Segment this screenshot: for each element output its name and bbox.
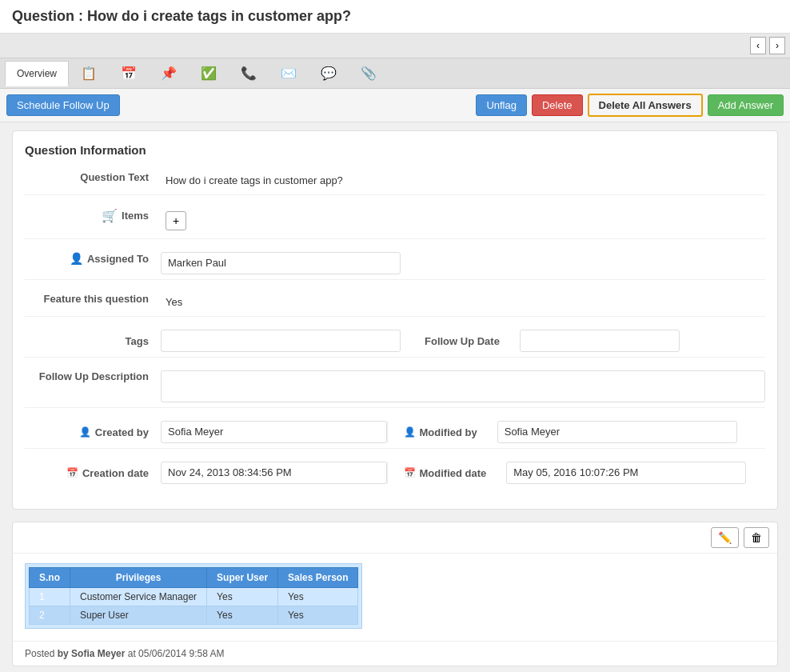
feature-value: Yes bbox=[161, 293, 765, 311]
tab-attach[interactable]: 📎 bbox=[349, 58, 389, 88]
pin-icon: 📌 bbox=[161, 66, 177, 81]
nav-bar: ‹ › bbox=[0, 34, 790, 58]
tags-label: Tags bbox=[25, 335, 161, 347]
col-sno: S.no bbox=[30, 568, 70, 588]
calendar-icon-modified: 📅 bbox=[404, 467, 416, 478]
modified-by-value: Sofia Meyer bbox=[497, 421, 737, 443]
modified-date-label: 📅 Modified date bbox=[404, 467, 499, 479]
section-title: Question Information bbox=[25, 143, 765, 157]
assigned-to-label: 👤 Assigned To bbox=[25, 252, 161, 265]
back-arrow-button[interactable]: ‹ bbox=[750, 37, 766, 54]
privileges-table-wrapper: S.no Privileges Super User Sales Person … bbox=[25, 563, 362, 629]
person-icon: 👤 bbox=[70, 252, 83, 265]
row-1-privileges: Customer Service Manager bbox=[70, 588, 207, 606]
tab-phone[interactable]: 📞 bbox=[229, 58, 269, 88]
answer-1-posted-line: Posted by Sofia Meyer at 05/06/2014 9:58… bbox=[13, 641, 777, 666]
tags-followup-row: Tags Follow Up Date bbox=[25, 325, 765, 358]
items-value: + bbox=[161, 208, 765, 234]
created-by-label: 👤 Created by bbox=[25, 426, 161, 438]
tab-check[interactable]: ✅ bbox=[189, 58, 229, 88]
row-1-sales-person: Yes bbox=[278, 588, 358, 606]
tab-calendar[interactable]: 📅 bbox=[109, 58, 149, 88]
row-2-num: 2 bbox=[30, 606, 70, 625]
col-privileges: Privileges bbox=[70, 568, 207, 588]
person-icon-created: 👤 bbox=[79, 426, 91, 438]
items-row: 🛒 Items + bbox=[25, 203, 765, 239]
question-text-value: How do i create tags in customer app? bbox=[161, 171, 765, 190]
follow-up-date-value[interactable] bbox=[520, 330, 680, 352]
question-text-row: Question Text How do i create tags in cu… bbox=[25, 166, 765, 195]
row-1-num: 1 bbox=[30, 588, 70, 606]
feature-label: Feature this question bbox=[25, 293, 161, 305]
tabs-bar: Overview 📋 📅 📌 ✅ 📞 ✉️ 💬 📎 bbox=[0, 58, 790, 89]
tab-pin[interactable]: 📌 bbox=[149, 58, 189, 88]
phone-icon: 📞 bbox=[241, 66, 257, 81]
page-title: Question : How do i create tags in custo… bbox=[0, 0, 790, 34]
privileges-table: S.no Privileges Super User Sales Person … bbox=[29, 567, 358, 625]
row-1-super-user: Yes bbox=[207, 588, 278, 606]
feature-row: Feature this question Yes bbox=[25, 288, 765, 317]
calendar-icon-creation: 📅 bbox=[66, 467, 78, 478]
col-sales-person: Sales Person bbox=[278, 568, 358, 588]
row-2-privileges: Super User bbox=[70, 606, 207, 625]
delete-all-answers-button[interactable]: Delete All Answers bbox=[588, 94, 703, 117]
answer-1-author: Sofia Meyer bbox=[71, 648, 125, 659]
assigned-to-value: Marken Paul bbox=[161, 252, 401, 274]
table-row: 1 Customer Service Manager Yes Yes bbox=[30, 588, 358, 606]
modified-by-label: 👤 Modified by bbox=[404, 426, 489, 438]
creation-date-value: Nov 24, 2013 08:34:56 PM bbox=[161, 462, 387, 484]
answer-1-posted-by-label: by bbox=[58, 648, 69, 659]
tab-overview-label: Overview bbox=[17, 68, 57, 79]
follow-up-desc-row: Follow Up Description bbox=[25, 366, 765, 408]
email-icon: ✉️ bbox=[281, 66, 297, 81]
unflag-button[interactable]: Unflag bbox=[476, 94, 527, 116]
schedule-followup-button[interactable]: Schedule Follow Up bbox=[6, 94, 120, 116]
tab-overview[interactable]: Overview bbox=[5, 61, 69, 86]
answer-1-tools: ✏️ 🗑 bbox=[13, 522, 777, 554]
follow-up-date-label: Follow Up Date bbox=[425, 335, 512, 347]
question-text-label: Question Text bbox=[25, 171, 161, 183]
tab-chat[interactable]: 💬 bbox=[309, 58, 349, 88]
person-icon-modified: 👤 bbox=[404, 426, 416, 438]
tab-list[interactable]: 📋 bbox=[69, 58, 109, 88]
forward-arrow-button[interactable]: › bbox=[769, 37, 785, 54]
add-answer-button[interactable]: Add Answer bbox=[708, 94, 784, 116]
action-bar: Schedule Follow Up Unflag Delete Delete … bbox=[0, 89, 790, 122]
chat-icon: 💬 bbox=[321, 66, 337, 81]
answer-1-body: S.no Privileges Super User Sales Person … bbox=[13, 554, 777, 641]
items-label: 🛒 Items bbox=[25, 208, 161, 223]
check-icon: ✅ bbox=[201, 66, 217, 81]
follow-up-desc-label: Follow Up Description bbox=[25, 370, 161, 382]
answer-1-delete-button[interactable]: 🗑 bbox=[744, 527, 769, 548]
tags-value[interactable] bbox=[161, 330, 401, 352]
creation-date-label: 📅 Creation date bbox=[25, 467, 161, 479]
cart-icon: 🛒 bbox=[102, 208, 118, 223]
calendar-icon: 📅 bbox=[121, 66, 137, 81]
answer-1-date: 05/06/2014 9:58 AM bbox=[138, 648, 224, 659]
dates-row: 📅 Creation date Nov 24, 2013 08:34:56 PM… bbox=[25, 457, 765, 489]
assigned-to-row: 👤 Assigned To Marken Paul bbox=[25, 247, 765, 280]
tab-email[interactable]: ✉️ bbox=[269, 58, 309, 88]
action-bar-left: Schedule Follow Up bbox=[6, 94, 471, 116]
follow-up-desc-value[interactable] bbox=[161, 370, 765, 402]
attach-icon: 📎 bbox=[361, 66, 377, 81]
row-2-super-user: Yes bbox=[207, 606, 278, 625]
delete-button[interactable]: Delete bbox=[532, 94, 583, 116]
row-2-sales-person: Yes bbox=[278, 606, 358, 625]
question-info-section: Question Information Question Text How d… bbox=[12, 130, 778, 510]
col-super-user: Super User bbox=[207, 568, 278, 588]
main-content: Question Information Question Text How d… bbox=[0, 122, 790, 672]
created-modified-row: 👤 Created by Sofia Meyer 👤 Modified by S… bbox=[25, 416, 765, 449]
list-icon: 📋 bbox=[81, 66, 97, 81]
add-item-button[interactable]: + bbox=[166, 211, 186, 230]
created-by-value: Sofia Meyer bbox=[161, 421, 387, 443]
modified-date-value: May 05, 2016 10:07:26 PM bbox=[506, 462, 746, 484]
table-row: 2 Super User Yes Yes bbox=[30, 606, 358, 625]
answer-1-edit-button[interactable]: ✏️ bbox=[711, 527, 739, 548]
answer-1: ✏️ 🗑 S.no Privileges Super User Sales Pe… bbox=[12, 522, 778, 666]
